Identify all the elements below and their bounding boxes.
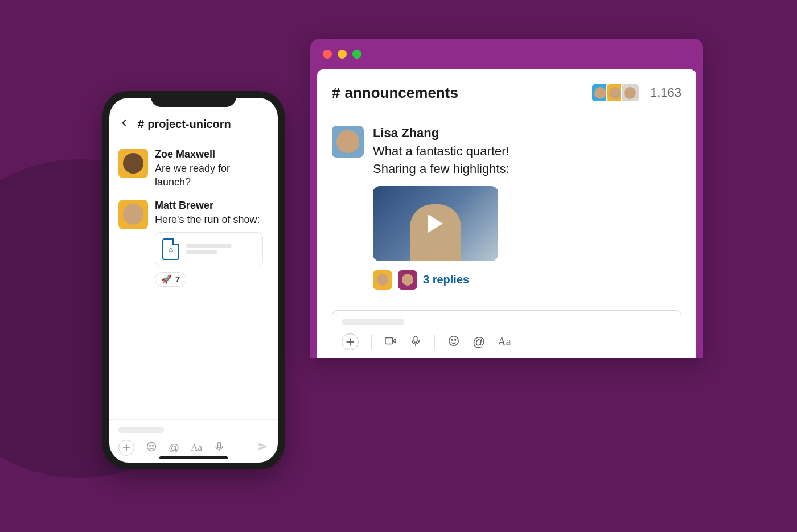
message-composer[interactable]: @ Aa: [332, 310, 681, 358]
message: Lisa Zhang What a fantastic quarter! Sha…: [332, 126, 681, 290]
message-author[interactable]: Matt Brewer: [155, 200, 263, 212]
svg-rect-15: [218, 443, 221, 448]
hash-icon: #: [138, 118, 144, 131]
composer-placeholder: [342, 319, 404, 325]
message-author[interactable]: Zoe Maxwell: [155, 149, 269, 160]
channel-name-text: project-unicorn: [147, 118, 231, 131]
member-avatar-stack[interactable]: [595, 83, 640, 102]
svg-point-14: [153, 446, 154, 447]
minimize-icon[interactable]: [338, 50, 347, 59]
channel-name[interactable]: # announcements: [332, 84, 458, 102]
reaction-count: 7: [175, 274, 180, 284]
svg-point-7: [451, 339, 453, 340]
avatar: [398, 270, 417, 290]
channel-name[interactable]: # project-unicorn: [138, 118, 231, 131]
text-format-icon[interactable]: Aa: [498, 335, 511, 348]
svg-point-8: [455, 339, 456, 340]
google-doc-icon: [162, 238, 179, 260]
window-body: # announcements 1,163 Lisa Zhang What a …: [317, 69, 696, 358]
avatar: [373, 270, 392, 290]
message-list: Lisa Zhang What a fantastic quarter! Sha…: [317, 113, 696, 295]
avatar: [621, 83, 640, 102]
divider: [434, 335, 435, 349]
svg-point-13: [150, 446, 151, 447]
file-attachment[interactable]: [155, 232, 263, 266]
replies-link[interactable]: 3 replies: [423, 273, 469, 286]
channel-name-text: announcements: [344, 84, 458, 102]
message-list: Zoe Maxwell Are we ready for launch? Mat…: [109, 139, 278, 419]
avatar[interactable]: [118, 149, 148, 178]
message-author[interactable]: Lisa Zhang: [373, 126, 681, 141]
avatar[interactable]: [332, 126, 364, 158]
divider: [371, 335, 372, 349]
message-text: What a fantastic quarter! Sharing a few …: [373, 143, 681, 178]
message: Matt Brewer Here's the run of show: 🚀 7: [118, 200, 269, 287]
desktop-window: # announcements 1,163 Lisa Zhang What a …: [310, 39, 703, 358]
video-icon[interactable]: [384, 335, 397, 349]
window-controls: [310, 39, 703, 69]
file-meta-placeholder: [186, 244, 232, 254]
back-button[interactable]: [118, 117, 130, 131]
mobile-device: # project-unicorn Zoe Maxwell Are we rea…: [102, 91, 285, 469]
emoji-icon[interactable]: [447, 335, 460, 349]
svg-marker-3: [393, 339, 396, 343]
svg-rect-4: [414, 336, 417, 342]
svg-marker-9: [169, 248, 173, 251]
svg-rect-2: [385, 337, 393, 344]
attach-button[interactable]: [342, 333, 359, 350]
video-attachment[interactable]: [373, 186, 498, 261]
thread-replies[interactable]: 3 replies: [373, 270, 681, 290]
message-text: Are we ready for launch?: [155, 162, 269, 189]
rocket-icon: 🚀: [161, 274, 172, 284]
composer-placeholder: [118, 427, 164, 433]
text-format-icon[interactable]: Aa: [191, 442, 202, 453]
home-indicator: [159, 456, 228, 459]
microphone-icon[interactable]: [213, 441, 225, 455]
maximize-icon[interactable]: [352, 50, 361, 59]
member-count[interactable]: 1,163: [650, 85, 681, 100]
message: Zoe Maxwell Are we ready for launch?: [118, 149, 269, 189]
mobile-screen: # project-unicorn Zoe Maxwell Are we rea…: [109, 98, 278, 463]
mention-icon[interactable]: @: [169, 442, 179, 454]
svg-point-12: [147, 443, 156, 451]
play-icon: [428, 215, 443, 233]
emoji-icon[interactable]: [146, 441, 157, 455]
microphone-icon[interactable]: [409, 335, 422, 349]
close-icon[interactable]: [323, 50, 332, 59]
device-notch: [151, 91, 236, 107]
reaction-chip[interactable]: 🚀 7: [155, 272, 186, 287]
message-text: Here's the run of show:: [155, 213, 263, 226]
mention-icon[interactable]: @: [473, 335, 485, 349]
channel-header: # announcements 1,163: [317, 69, 696, 113]
hash-icon: #: [332, 84, 340, 102]
avatar[interactable]: [118, 200, 148, 229]
attach-button[interactable]: [118, 440, 134, 456]
svg-point-6: [449, 336, 459, 345]
send-button[interactable]: [257, 441, 269, 455]
